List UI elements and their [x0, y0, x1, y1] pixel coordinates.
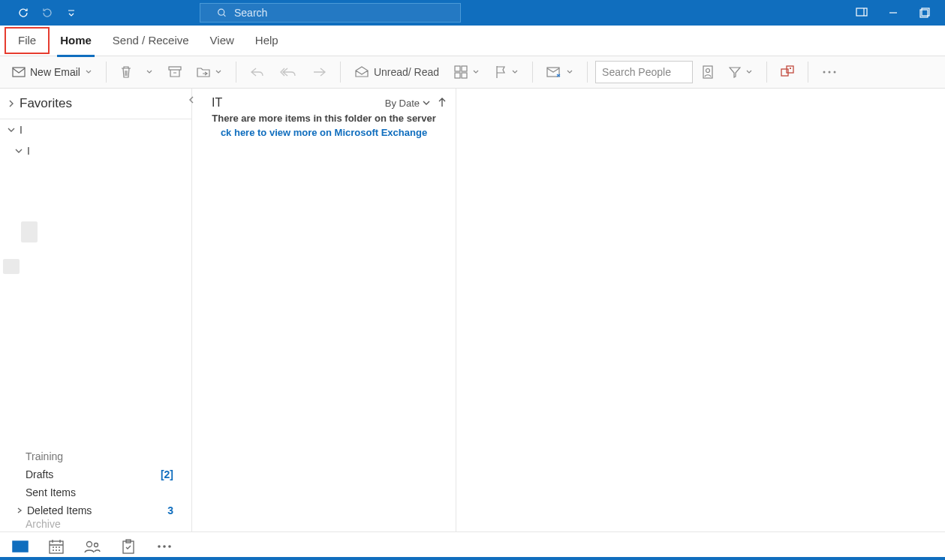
tab-send-receive[interactable]: Send / Receive: [102, 26, 200, 56]
nav-switcher: [0, 531, 945, 560]
chevron-down-icon: [745, 68, 753, 76]
calendar-icon: [49, 539, 64, 554]
svg-rect-7: [462, 66, 467, 71]
global-search-input[interactable]: [234, 7, 460, 19]
reply-all-button[interactable]: [274, 60, 302, 84]
flag-button[interactable]: [489, 60, 525, 84]
server-items-link[interactable]: ck here to view more on Microsoft Exchan…: [192, 124, 456, 141]
message-list-pane: IT By Date There are more items in this …: [192, 89, 456, 531]
filter-icon: [729, 66, 741, 78]
quick-steps-icon: [546, 65, 561, 79]
folder-move-icon: [197, 66, 210, 78]
refresh-icon[interactable]: [17, 6, 30, 20]
mail-icon: [12, 67, 26, 77]
categorize-button[interactable]: [448, 60, 486, 84]
ellipsis-icon: [822, 70, 837, 74]
ribbon-toolbar: New Email Unread/ Read: [0, 56, 945, 89]
trash-icon: [120, 65, 132, 79]
search-icon: [217, 8, 227, 18]
forward-icon: [311, 66, 327, 78]
chevron-down-icon: [8, 126, 15, 134]
unread-read-button[interactable]: Unread/ Read: [348, 60, 445, 84]
chevron-down-icon: [146, 68, 153, 76]
chevron-right-icon: [15, 507, 24, 513]
archive-button[interactable]: [162, 60, 188, 84]
minimize-icon[interactable]: [886, 6, 900, 20]
switch-more[interactable]: [156, 538, 173, 555]
switch-tasks[interactable]: [120, 538, 137, 555]
ellipsis-icon: [157, 544, 172, 549]
folder-deleted-label: Deleted Items: [27, 504, 92, 516]
switch-mail[interactable]: [12, 538, 29, 555]
more-ribbon-button[interactable]: [816, 60, 843, 84]
svg-point-16: [829, 71, 831, 74]
folder-deleted[interactable]: Deleted Items 3: [8, 501, 184, 519]
titlebar: [0, 0, 945, 26]
tab-view[interactable]: View: [200, 26, 245, 56]
mail-icon: [12, 540, 29, 552]
quick-access-dropdown-icon[interactable]: [65, 6, 78, 20]
svg-point-21: [95, 543, 98, 546]
folder-drafts[interactable]: Drafts [2]: [8, 465, 184, 483]
reply-icon: [250, 66, 265, 78]
tab-home[interactable]: Home: [50, 26, 102, 56]
folder-title: IT: [206, 96, 222, 110]
address-book-button[interactable]: [696, 60, 720, 84]
account-row[interactable]: I: [0, 119, 191, 140]
chevron-down-icon: [15, 147, 23, 155]
switch-people[interactable]: [84, 538, 101, 555]
sort-label: By Date: [385, 98, 420, 109]
chevron-down-icon: [85, 68, 92, 76]
main-area: Favorites I I Training Drafts [2] Sent I…: [0, 89, 945, 531]
folder-tree-body: [0, 161, 191, 444]
sort-button[interactable]: By Date: [385, 98, 430, 109]
chevron-down-icon: [472, 68, 480, 76]
folder-training[interactable]: Training: [8, 447, 184, 465]
reply-all-icon: [280, 66, 296, 78]
folder-sent[interactable]: Sent Items: [8, 483, 184, 501]
forward-button[interactable]: [305, 60, 333, 84]
folder-training-label: Training: [26, 450, 63, 462]
reply-button[interactable]: [244, 60, 271, 84]
tab-file[interactable]: File: [5, 27, 50, 54]
global-search[interactable]: [200, 3, 461, 23]
arrow-up-icon: [438, 97, 447, 107]
chevron-right-icon: [8, 100, 15, 107]
delete-button[interactable]: [114, 60, 159, 84]
switch-calendar[interactable]: [48, 538, 65, 555]
sort-direction-button[interactable]: [438, 97, 447, 110]
undo-icon[interactable]: [41, 6, 54, 20]
filter-button[interactable]: [723, 60, 759, 84]
folder-archive[interactable]: Archive: [8, 519, 184, 528]
addins-icon: [781, 65, 794, 79]
svg-point-20: [87, 541, 92, 546]
message-list-header: IT By Date: [192, 89, 456, 113]
inbox-row[interactable]: I: [0, 140, 191, 161]
tab-help[interactable]: Help: [245, 26, 289, 56]
chevron-down-icon: [566, 68, 573, 76]
reading-pane: [456, 89, 945, 531]
svg-point-25: [163, 545, 166, 548]
svg-rect-1: [856, 8, 867, 16]
move-button[interactable]: [191, 60, 228, 84]
search-people-input[interactable]: [602, 66, 686, 78]
folder-tail: Training Drafts [2] Sent Items Deleted I…: [0, 444, 191, 531]
quick-steps-button[interactable]: [540, 60, 579, 84]
folder-drafts-label: Drafts: [26, 468, 53, 480]
new-email-button[interactable]: New Email: [6, 60, 98, 84]
new-email-label: New Email: [30, 66, 80, 78]
folder-drafts-count: [2]: [161, 468, 173, 480]
search-people[interactable]: [595, 61, 693, 83]
coming-soon-icon[interactable]: [855, 6, 868, 20]
tasks-icon: [122, 539, 135, 554]
maximize-icon[interactable]: [918, 6, 931, 20]
chevron-down-icon: [215, 68, 222, 76]
favorites-header[interactable]: Favorites: [0, 89, 191, 119]
collapse-nav-icon[interactable]: [182, 93, 200, 107]
folder-deleted-count: 3: [167, 504, 173, 516]
people-icon: [84, 540, 101, 553]
addins-button[interactable]: [775, 60, 800, 84]
svg-point-26: [168, 545, 171, 548]
svg-rect-4: [13, 68, 25, 77]
flag-icon: [495, 65, 507, 79]
